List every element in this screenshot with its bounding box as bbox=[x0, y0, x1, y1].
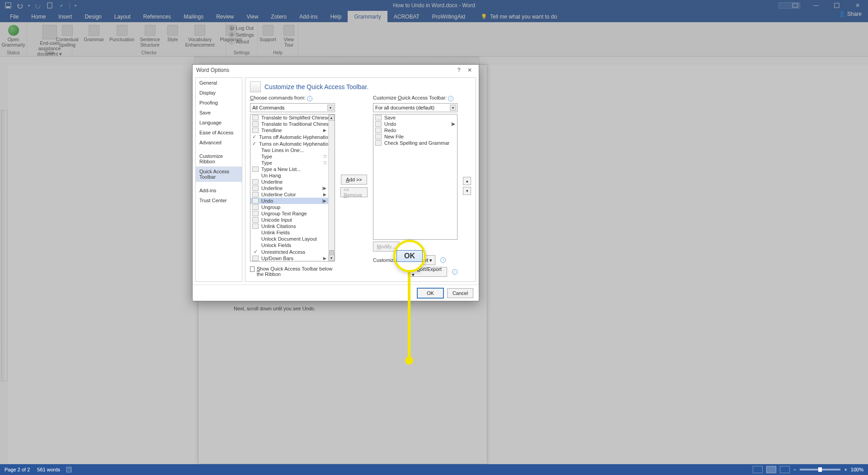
command-icon bbox=[252, 185, 259, 191]
command-item[interactable]: ✓Turns off Automatic Hyphenation bbox=[250, 133, 328, 140]
submenu-icon: ▶ bbox=[323, 128, 326, 133]
qat-item-icon bbox=[375, 115, 382, 120]
qat-item[interactable]: Save bbox=[373, 114, 457, 121]
command-item[interactable]: Trendline▶ bbox=[250, 127, 328, 133]
info-icon[interactable]: i bbox=[448, 96, 453, 101]
qat-heading-icon bbox=[250, 81, 261, 92]
callout-line bbox=[408, 271, 410, 359]
dialog-nav-item[interactable]: Display bbox=[196, 88, 242, 98]
dialog-nav-item[interactable]: Advanced bbox=[196, 138, 242, 147]
command-item[interactable]: Underline|▶ bbox=[250, 185, 328, 191]
status-page[interactable]: Page 2 of 2 bbox=[5, 467, 30, 472]
qat-item-icon bbox=[375, 140, 382, 146]
command-item[interactable]: Undo|▶ bbox=[250, 198, 328, 204]
dialog-nav-item[interactable]: Trust Center bbox=[196, 195, 242, 205]
command-item[interactable]: Two Lines in One... bbox=[250, 147, 328, 153]
customize-qat-combo[interactable]: For all documents (default)▾ bbox=[373, 103, 458, 112]
choose-commands-combo[interactable]: All Commands▾ bbox=[250, 103, 335, 112]
dialog-nav-item[interactable]: Proofing bbox=[196, 98, 242, 108]
submenu-icon: |▶ bbox=[322, 199, 326, 203]
cancel-button[interactable]: Cancel bbox=[447, 288, 473, 298]
command-item[interactable]: Unlock Document Layout bbox=[250, 236, 328, 242]
command-item[interactable]: Translate to Simplified Chinese bbox=[250, 114, 328, 121]
status-words[interactable]: 561 words bbox=[37, 467, 60, 472]
view-read-icon[interactable] bbox=[753, 466, 763, 473]
check-icon: ✓ bbox=[252, 141, 256, 147]
add-button[interactable]: Add >> bbox=[341, 175, 367, 185]
check-icon: ✓ bbox=[252, 134, 256, 140]
move-down-button[interactable]: ▾ bbox=[463, 187, 471, 195]
command-item[interactable]: ✓Unrestricted Access bbox=[250, 248, 328, 255]
command-icon bbox=[252, 128, 259, 133]
dialog-help-button[interactable]: ? bbox=[453, 65, 464, 76]
choose-commands-label: Choose commands from:i bbox=[250, 95, 335, 101]
qat-item[interactable]: Undo|▶ bbox=[373, 121, 457, 127]
command-item[interactable]: Un Hang bbox=[250, 172, 328, 179]
zoom-in-icon[interactable]: + bbox=[844, 467, 847, 472]
command-item[interactable]: Ungroup bbox=[250, 204, 328, 210]
command-icon bbox=[252, 121, 259, 127]
check-icon: ✓ bbox=[252, 249, 259, 255]
qat-item[interactable]: New File bbox=[373, 133, 457, 140]
command-item[interactable]: Unlink Fields bbox=[250, 229, 328, 236]
command-icon bbox=[252, 179, 259, 185]
qat-listbox[interactable]: SaveUndo|▶RedoNew FileCheck Spelling and… bbox=[373, 114, 458, 240]
all-commands-listbox[interactable]: Translate to Simplified ChineseTranslate… bbox=[250, 114, 335, 261]
dialog-nav-item[interactable]: Language bbox=[196, 118, 242, 128]
command-item[interactable]: Unlock Fields bbox=[250, 242, 328, 248]
command-item[interactable]: Up/Down Bars▶ bbox=[250, 255, 328, 261]
checkbox-icon bbox=[250, 266, 255, 272]
command-icon bbox=[252, 198, 259, 204]
qat-item-icon bbox=[375, 134, 382, 139]
command-item[interactable]: Ungroup Text Range bbox=[250, 210, 328, 217]
submenu-icon: □ bbox=[324, 154, 326, 159]
command-item[interactable]: Underline Color▶ bbox=[250, 191, 328, 198]
dialog-nav-item[interactable]: Add-ins bbox=[196, 185, 242, 195]
command-item[interactable]: Unlink Citations bbox=[250, 223, 328, 229]
dialog-nav-item[interactable]: Quick Access Toolbar bbox=[196, 166, 242, 182]
qat-item[interactable]: Redo bbox=[373, 127, 457, 133]
scroll-up-icon[interactable]: ▴ bbox=[329, 114, 335, 121]
dialog-nav-item[interactable]: General bbox=[196, 78, 242, 88]
command-icon bbox=[252, 115, 259, 120]
command-item[interactable]: Unicode Input bbox=[250, 217, 328, 223]
info-icon[interactable]: i bbox=[307, 96, 312, 101]
show-below-ribbon-checkbox[interactable]: Show Quick Access Toolbar below the Ribb… bbox=[250, 266, 335, 277]
zoom-level[interactable]: 100% bbox=[851, 467, 863, 472]
qat-item[interactable]: Check Spelling and Grammar bbox=[373, 140, 457, 146]
info-icon[interactable]: i bbox=[452, 269, 458, 275]
dialog-main: Customize the Quick Access Toolbar. Choo… bbox=[245, 77, 476, 282]
command-item[interactable]: Type□ bbox=[250, 153, 328, 160]
qat-item-icon bbox=[375, 121, 382, 127]
status-proofing-icon[interactable]: □ bbox=[66, 467, 71, 472]
ok-button[interactable]: OK bbox=[417, 288, 443, 298]
info-icon[interactable]: i bbox=[440, 257, 446, 263]
scroll-down-icon[interactable]: ▾ bbox=[329, 255, 335, 261]
zoom-slider[interactable] bbox=[800, 469, 840, 470]
command-item[interactable]: Type a New List... bbox=[250, 166, 328, 172]
reorder-panel: ▴ ▾ bbox=[463, 95, 471, 277]
command-item[interactable]: ✓Turns on Automatic Hyphenation bbox=[250, 140, 328, 147]
remove-label: << Remove bbox=[344, 187, 364, 198]
dialog-nav-item[interactable]: Ease of Access bbox=[196, 128, 242, 138]
submenu-icon: |▶ bbox=[322, 186, 326, 190]
dialog-close-button[interactable]: ✕ bbox=[464, 65, 475, 76]
callout-ok-label: OK bbox=[396, 250, 423, 262]
command-icon bbox=[252, 192, 259, 197]
move-up-button[interactable]: ▴ bbox=[463, 177, 471, 185]
choose-commands-text: hoose commands from: bbox=[254, 95, 306, 100]
statusbar: Page 2 of 2 561 words □ − + 100% bbox=[0, 464, 868, 475]
remove-button[interactable]: << Remove bbox=[340, 187, 368, 197]
view-print-icon[interactable] bbox=[766, 466, 776, 473]
command-item[interactable]: Translate to Traditional Chinese bbox=[250, 121, 328, 127]
command-icon bbox=[252, 211, 259, 216]
add-label: Add >> bbox=[346, 177, 362, 182]
dialog-nav-item[interactable]: Save bbox=[196, 108, 242, 118]
dialog-nav-item[interactable]: Customize Ribbon bbox=[196, 151, 242, 166]
callout-dot bbox=[405, 356, 413, 365]
command-item[interactable]: Type□ bbox=[250, 160, 328, 166]
command-item[interactable]: Underline bbox=[250, 179, 328, 185]
scrollbar[interactable]: ▴ ▾ bbox=[328, 114, 335, 261]
view-web-icon[interactable] bbox=[780, 466, 790, 473]
zoom-out-icon[interactable]: − bbox=[793, 467, 796, 472]
